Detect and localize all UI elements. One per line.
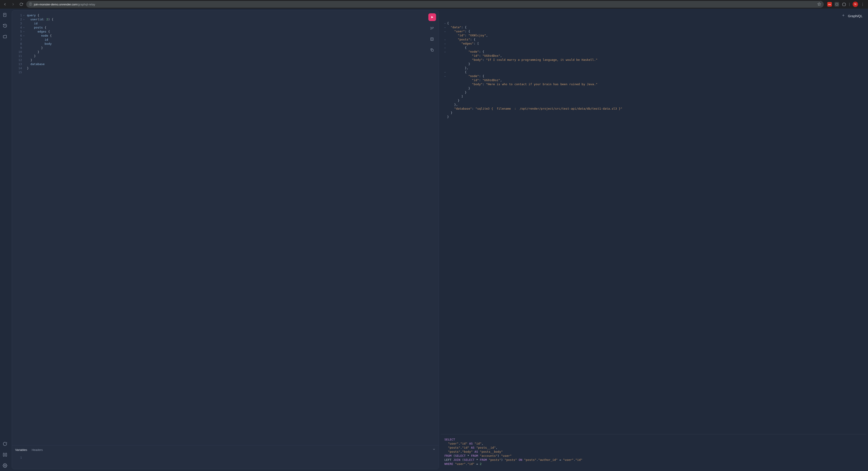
svg-marker-4 [817, 2, 820, 5]
shortcuts-icon[interactable] [3, 452, 7, 457]
tab-headers[interactable]: Headers [32, 448, 43, 451]
execute-button[interactable] [428, 13, 436, 21]
editor-toolbar [428, 13, 436, 54]
refresh-icon[interactable] [3, 442, 7, 446]
svg-marker-10 [432, 16, 433, 18]
extensions-icon[interactable] [842, 2, 846, 6]
chrome-actions: ••• | N ⋮ [826, 2, 866, 7]
add-tab-icon[interactable] [842, 13, 845, 18]
svg-point-12 [433, 28, 434, 28]
explorer-icon[interactable] [3, 34, 7, 39]
merge-icon[interactable] [428, 35, 436, 43]
settings-icon[interactable] [3, 463, 7, 468]
reload-button[interactable] [18, 1, 24, 7]
query-editor[interactable]: 123456789101112131415 ▾▾▾▾▾ query { user… [12, 11, 439, 445]
app: 123456789101112131415 ▾▾▾▾▾ query { user… [0, 8, 868, 471]
browser-chrome: join-monster-demo.onrender.com/graphql-r… [0, 0, 868, 8]
url-text: join-monster-demo.onrender.com/graphql-r… [34, 3, 95, 6]
extension-icon[interactable]: ••• [827, 2, 832, 6]
variables-editor[interactable]: 1 [12, 454, 439, 469]
copy-icon[interactable] [428, 46, 436, 54]
sql-output: SELECT "user"."id" AS "id", "posts"."id"… [441, 434, 866, 469]
site-settings-icon[interactable] [29, 2, 32, 6]
tab-variables[interactable]: Variables [15, 448, 27, 451]
svg-point-0 [30, 4, 31, 4]
bookmark-icon[interactable] [817, 2, 821, 6]
sidebar [0, 8, 10, 471]
graphiql-logo: GraphiQL [848, 14, 863, 18]
editor-panel: 123456789101112131415 ▾▾▾▾▾ query { user… [12, 10, 439, 469]
bottom-tabs: Variables Headers 1 [12, 445, 439, 469]
prettify-icon[interactable] [428, 25, 436, 32]
response-header: GraphiQL [441, 10, 866, 21]
response-panel: GraphiQL ▾{▾ "data": {▾ "user": { "id": … [439, 10, 866, 469]
url-bar[interactable]: join-monster-demo.onrender.com/graphql-r… [26, 1, 824, 8]
forward-button[interactable] [10, 1, 16, 7]
profile-avatar[interactable]: N [852, 2, 858, 7]
back-button[interactable] [2, 1, 8, 7]
svg-rect-14 [432, 50, 433, 51]
extension-icon[interactable] [835, 2, 839, 6]
svg-point-9 [4, 465, 6, 466]
svg-point-2 [30, 5, 31, 5]
main-area: 123456789101112131415 ▾▾▾▾▾ query { user… [10, 8, 868, 471]
history-icon[interactable] [3, 24, 7, 28]
docs-icon[interactable] [3, 13, 7, 17]
json-response[interactable]: ▾{▾ "data": {▾ "user": { "id": "VXNlcjoy… [441, 21, 866, 434]
chevron-down-icon[interactable] [432, 448, 436, 452]
browser-menu-icon[interactable]: ⋮ [861, 2, 864, 6]
svg-point-5 [836, 3, 838, 6]
svg-point-11 [433, 27, 433, 28]
